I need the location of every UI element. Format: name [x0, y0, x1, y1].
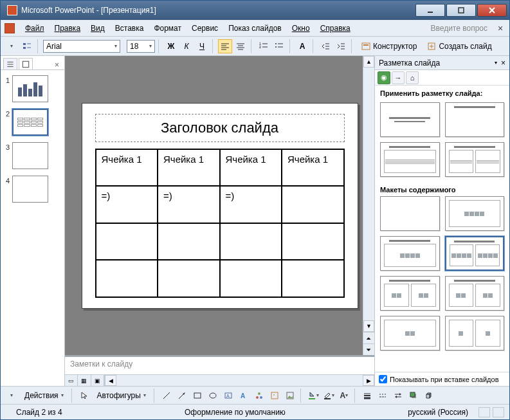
- underline-button[interactable]: Ч: [195, 39, 209, 53]
- numbered-list-button[interactable]: 12: [257, 39, 271, 53]
- mdi-close-button[interactable]: ×: [495, 23, 505, 33]
- table-cell[interactable]: Ячейка 1: [282, 149, 344, 187]
- fill-color-button[interactable]: ▾: [306, 388, 320, 403]
- nav-home-button[interactable]: ⌂: [406, 71, 419, 84]
- 3d-style-button[interactable]: [422, 388, 436, 403]
- menu-file[interactable]: Файл: [20, 22, 50, 35]
- slide-title-placeholder[interactable]: Заголовок слайда: [95, 114, 345, 142]
- font-size-select[interactable]: 18▾: [127, 40, 155, 53]
- thumb-slide-2[interactable]: [12, 109, 48, 136]
- thumbnails-close-button[interactable]: ×: [52, 60, 62, 69]
- table-cell[interactable]: [220, 260, 282, 297]
- layout-extra-2[interactable]: [445, 316, 505, 351]
- font-grow-button[interactable]: A: [295, 39, 309, 53]
- line-style-button[interactable]: [360, 388, 374, 403]
- layout-blank[interactable]: [380, 196, 440, 231]
- table-cell[interactable]: [96, 223, 158, 260]
- layout-two-text[interactable]: [445, 142, 505, 177]
- menu-tools[interactable]: Сервис: [187, 22, 223, 35]
- thumb-slide-4[interactable]: [12, 176, 48, 203]
- task-pane-dropdown[interactable]: ▾: [495, 60, 497, 66]
- slide-design-button[interactable]: Конструктор: [357, 39, 421, 53]
- layout-content[interactable]: [445, 196, 505, 231]
- slideshow-view-button[interactable]: ▣: [91, 375, 104, 386]
- textbox-tool-button[interactable]: A: [221, 388, 235, 403]
- layout-title-text[interactable]: [380, 142, 440, 177]
- arrow-style-button[interactable]: [391, 388, 405, 403]
- table-cell[interactable]: =): [158, 186, 220, 223]
- tab-slides[interactable]: [19, 58, 33, 69]
- thumb-slide-1[interactable]: [12, 75, 48, 102]
- font-color-button[interactable]: A▾: [337, 388, 351, 403]
- toolbar-overflow-icon[interactable]: ▾: [5, 39, 19, 53]
- next-slide-button[interactable]: ⏷: [363, 343, 374, 355]
- layout-title-slide[interactable]: [380, 102, 440, 137]
- tab-outline[interactable]: [3, 58, 17, 69]
- menu-view[interactable]: Вид: [86, 22, 110, 35]
- table-cell[interactable]: [158, 260, 220, 297]
- minimize-button[interactable]: [415, 4, 445, 17]
- picture-button[interactable]: [283, 388, 297, 403]
- table-cell[interactable]: Ячейка 1: [220, 149, 282, 187]
- line-tool-button[interactable]: [159, 388, 174, 403]
- rectangle-tool-button[interactable]: [190, 388, 205, 403]
- normal-view-button[interactable]: ▭: [65, 375, 78, 386]
- task-pane-close-button[interactable]: ×: [501, 59, 505, 68]
- table-cell[interactable]: =): [96, 186, 158, 223]
- scroll-right-button[interactable]: ▶: [363, 375, 374, 386]
- menu-slideshow[interactable]: Показ слайдов: [223, 22, 287, 35]
- menu-insert[interactable]: Вставка: [110, 22, 149, 35]
- bold-button[interactable]: Ж: [164, 39, 178, 53]
- notes-pane[interactable]: Заметки к слайду: [65, 355, 374, 374]
- layout-extra-1[interactable]: [380, 316, 440, 351]
- table-cell[interactable]: [220, 223, 282, 260]
- bulleted-list-button[interactable]: [272, 39, 286, 53]
- decrease-indent-button[interactable]: [318, 39, 332, 53]
- menu-help[interactable]: Справка: [315, 22, 356, 35]
- new-slide-button[interactable]: Создать слайд: [423, 39, 496, 53]
- scroll-down-button[interactable]: ▼: [363, 320, 374, 332]
- vertical-scrollbar[interactable]: ▲ ▼ ⏶ ⏷: [363, 56, 374, 355]
- menu-format[interactable]: Формат: [149, 22, 187, 35]
- scroll-up-button[interactable]: ▲: [363, 56, 374, 68]
- help-prompt-input[interactable]: Введите вопрос: [427, 23, 492, 34]
- menu-window[interactable]: Окно: [287, 22, 315, 35]
- align-left-button[interactable]: [218, 39, 232, 53]
- table-cell[interactable]: [282, 223, 344, 260]
- shadow-style-button[interactable]: [406, 388, 421, 403]
- align-center-button[interactable]: [233, 39, 248, 53]
- current-slide[interactable]: Заголовок слайда Ячейка 1 Ячейка 1 Ячейк…: [82, 103, 358, 309]
- status-spellcheck-icon[interactable]: [478, 407, 490, 417]
- dash-style-button[interactable]: [376, 388, 390, 403]
- layout-two-content[interactable]: [445, 236, 505, 271]
- nav-back-button[interactable]: ◉: [378, 71, 390, 84]
- table-cell[interactable]: [96, 260, 158, 297]
- table-cell[interactable]: =): [220, 186, 282, 223]
- toolbar-overflow-icon[interactable]: ▾: [5, 388, 19, 403]
- layout-title-only[interactable]: [445, 102, 505, 137]
- diagram-button[interactable]: [252, 388, 266, 403]
- prev-slide-button[interactable]: ⏶: [363, 332, 374, 343]
- scroll-left-button[interactable]: ◀: [105, 375, 116, 386]
- table-cell[interactable]: [282, 186, 344, 223]
- slide-table[interactable]: Ячейка 1 Ячейка 1 Ячейка 1 Ячейка 1 =) =…: [95, 149, 345, 298]
- close-button[interactable]: [477, 4, 507, 17]
- horizontal-scrollbar[interactable]: ▭ ▦ ▣ ◀ ▶: [65, 374, 374, 386]
- sorter-view-button[interactable]: ▦: [78, 375, 91, 386]
- maximize-button[interactable]: [446, 4, 476, 17]
- status-extra-icon[interactable]: [493, 407, 504, 417]
- arrow-tool-button[interactable]: [175, 388, 189, 403]
- layout-four-content[interactable]: [445, 276, 505, 311]
- table-cell[interactable]: [282, 260, 344, 297]
- thumb-slide-3[interactable]: [12, 142, 48, 169]
- layout-content-over[interactable]: [380, 276, 440, 311]
- wordart-button[interactable]: A: [237, 388, 251, 403]
- line-color-button[interactable]: ▾: [322, 388, 336, 403]
- italic-button[interactable]: К: [179, 39, 194, 53]
- autoshapes-menu[interactable]: Автофигуры▾: [93, 388, 150, 403]
- outline-level-icon[interactable]: [20, 39, 34, 53]
- show-on-insert-checkbox[interactable]: [379, 375, 387, 383]
- font-name-select[interactable]: Arial▾: [43, 40, 120, 53]
- clipart-button[interactable]: [268, 388, 282, 403]
- table-cell[interactable]: Ячейка 1: [158, 149, 220, 187]
